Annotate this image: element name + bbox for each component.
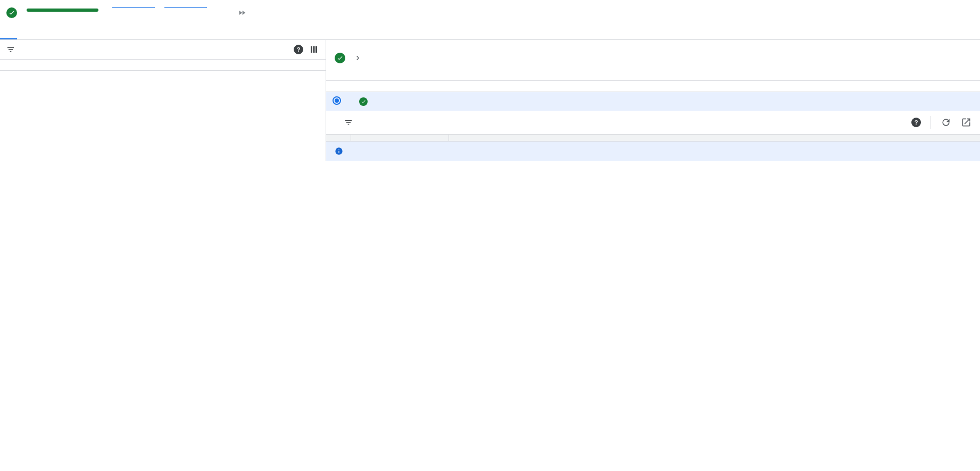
rollout-header: [0, 0, 980, 18]
jr-col-duration: [799, 81, 889, 92]
info-bar: [326, 142, 980, 161]
header-actions: [238, 9, 262, 17]
col-timestamp: [351, 135, 449, 141]
main: ?: [0, 40, 980, 161]
tab-phases[interactable]: [0, 28, 17, 39]
chevron-right-icon: ›: [356, 51, 360, 63]
open-external-icon[interactable]: [961, 117, 971, 128]
refresh-icon[interactable]: [941, 117, 951, 128]
detail-pane: ›: [326, 40, 980, 161]
col-started: [143, 60, 204, 71]
target-link[interactable]: [164, 7, 207, 8]
release-link[interactable]: [112, 7, 155, 8]
jobruns-table: [326, 80, 980, 111]
jr-col-id: [527, 81, 617, 92]
jr-duration: [799, 92, 889, 111]
breadcrumb: ›: [352, 51, 364, 63]
jr-started: [617, 92, 708, 111]
phases-filter-bar: ?: [0, 40, 326, 60]
log-help-icon[interactable]: ?: [911, 118, 921, 127]
log-filter-chip[interactable]: [344, 118, 355, 127]
status-success-icon: [6, 7, 17, 18]
detail-status-icon: [335, 53, 345, 63]
col-status: [82, 60, 143, 71]
tabs: [0, 28, 980, 40]
jr-completed: [708, 92, 799, 111]
jr-col-status: [353, 81, 527, 92]
jobrun-row[interactable]: [326, 92, 980, 111]
phases-pane: ?: [0, 40, 326, 161]
jr-col-build: [890, 81, 980, 92]
detail-header: ›: [326, 40, 980, 70]
col-duration: [204, 60, 264, 71]
filter-chip[interactable]: [6, 45, 17, 54]
log-table-header: [326, 135, 980, 142]
log-bar: ?: [326, 111, 980, 135]
column-display-icon[interactable]: [309, 44, 319, 55]
target-meta: [164, 5, 207, 8]
success-icon: [359, 97, 368, 106]
progress-bar: [27, 9, 98, 12]
col-completed: [265, 60, 326, 71]
phases-table: [0, 60, 326, 71]
log-search-input[interactable]: [364, 119, 902, 127]
jobrun-radio[interactable]: [333, 96, 341, 105]
col-severity: [326, 135, 351, 141]
jr-id: [527, 92, 617, 111]
jobruns-title: [326, 70, 980, 80]
rollout-summary: [27, 5, 103, 12]
jr-col-completed: [708, 81, 799, 92]
advance-rollout-button[interactable]: [238, 9, 250, 17]
tab-summary[interactable]: [17, 28, 34, 39]
filter-input[interactable]: [22, 46, 288, 54]
help-icon[interactable]: ?: [294, 45, 303, 54]
col-name: [21, 60, 82, 71]
col-summary: [449, 135, 980, 141]
release-meta: [112, 5, 155, 8]
jr-col-started: [617, 81, 708, 92]
